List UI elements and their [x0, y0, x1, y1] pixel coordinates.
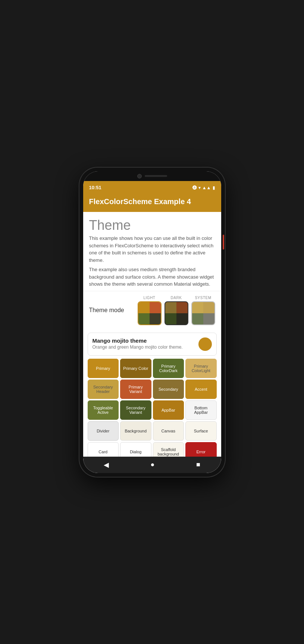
swatch-secondary[interactable]: Secondary: [153, 380, 184, 399]
app-bar: FlexColorScheme Example 4: [83, 193, 221, 212]
swatch-card[interactable]: Card: [88, 442, 119, 457]
theme-grid-system[interactable]: [191, 301, 215, 325]
theme-option-system-label: SYSTEM: [195, 296, 211, 300]
nav-recents[interactable]: ■: [196, 461, 200, 469]
app-bar-title: FlexColorScheme Example 4: [89, 197, 215, 206]
theme-card-info: Mango mojito theme Orange and green Mang…: [93, 337, 183, 350]
dark-cell-1: [165, 302, 176, 313]
status-time: 10:51: [89, 185, 101, 190]
swatches-grid: Primary Primary Color Primary ColorDark …: [83, 359, 221, 457]
swatch-secondary-header[interactable]: Secondary Header: [88, 380, 119, 399]
swatch-primary[interactable]: Primary: [88, 359, 119, 378]
dark-cell-3: [165, 313, 176, 324]
swatch-surface[interactable]: Surface: [185, 421, 217, 441]
swatch-bottom-appbar[interactable]: Bottom AppBar: [185, 400, 217, 420]
swatch-background[interactable]: Background: [120, 421, 151, 441]
theme-mode-label: Theme mode: [89, 307, 138, 314]
theme-grid-dark[interactable]: [164, 301, 188, 325]
light-cell-1: [138, 302, 150, 313]
theme-dot: [198, 337, 212, 351]
swatch-scaffold-bg[interactable]: Scaffold background: [153, 442, 184, 457]
camera-dot: [137, 174, 142, 178]
phone-screen: 10:51 🅐 ▾ ▲▲ ▮ FlexColorScheme Example 4…: [83, 171, 221, 473]
wifi-icon: ▾: [198, 185, 201, 190]
dark-cell-2: [176, 302, 188, 313]
nav-back[interactable]: ◀: [104, 461, 109, 469]
dark-cell-4: [176, 313, 188, 324]
swatch-primary-color[interactable]: Primary Color: [120, 359, 151, 378]
theme-mode-row: Theme mode LIGHT DARK: [83, 291, 221, 330]
theme-title: Theme: [89, 218, 215, 233]
system-cell-4: [203, 313, 214, 324]
theme-option-system[interactable]: SYSTEM: [191, 296, 215, 325]
icon-a: 🅐: [192, 185, 197, 190]
theme-option-dark-label: DARK: [171, 296, 182, 300]
swatch-appbar[interactable]: AppBar: [153, 400, 184, 420]
theme-card-name: Mango mojito theme: [93, 337, 183, 344]
system-cell-3: [192, 313, 203, 324]
battery-icon: ▮: [213, 185, 215, 190]
swatch-toggleable-active[interactable]: Toggleable Active: [88, 400, 119, 420]
swatch-error[interactable]: Error: [185, 442, 217, 457]
swatch-canvas[interactable]: Canvas: [153, 421, 184, 441]
status-icons: 🅐 ▾ ▲▲ ▮: [192, 185, 215, 190]
theme-card-header: Mango mojito theme Orange and green Mang…: [93, 337, 212, 351]
system-cell-1: [192, 302, 203, 313]
theme-card-desc: Orange and green Mango mojito color them…: [93, 345, 183, 350]
swatch-secondary-variant[interactable]: Secondary Variant: [120, 400, 151, 420]
side-button: [223, 235, 224, 250]
swatch-primary-variant[interactable]: Primary Variant: [120, 380, 151, 399]
light-cell-4: [150, 313, 161, 324]
swatch-accent[interactable]: Accent: [185, 380, 217, 399]
swatch-primary-color-dark[interactable]: Primary ColorDark: [153, 359, 184, 378]
theme-option-light-label: LIGHT: [144, 296, 156, 300]
system-cell-2: [203, 302, 214, 313]
nav-home[interactable]: ●: [151, 461, 155, 469]
swatch-divider[interactable]: Divider: [88, 421, 119, 441]
swatch-dialog[interactable]: Dialog: [120, 442, 151, 457]
status-bar: 10:51 🅐 ▾ ▲▲ ▮: [83, 181, 221, 193]
swatch-primary-color-light[interactable]: Primary ColorLight: [185, 359, 217, 378]
light-cell-3: [138, 313, 150, 324]
theme-option-light[interactable]: LIGHT: [138, 296, 162, 325]
content-scroll[interactable]: Theme This example shows how you can use…: [83, 212, 221, 457]
theme-header: Theme This example shows how you can use…: [83, 212, 221, 291]
speaker-bar: [145, 175, 167, 177]
camera-area: [83, 171, 221, 181]
theme-grid-light[interactable]: [138, 301, 162, 325]
theme-option-dark[interactable]: DARK: [164, 296, 188, 325]
theme-desc1: This example shows how you can use all t…: [89, 235, 215, 264]
bottom-nav: ◀ ● ■: [83, 457, 221, 473]
theme-card[interactable]: Mango mojito theme Orange and green Mang…: [88, 333, 217, 356]
signal-icon: ▲▲: [202, 185, 211, 190]
light-cell-2: [150, 302, 161, 313]
theme-desc2: The example also uses medium strength br…: [89, 266, 215, 288]
theme-mode-options: LIGHT DARK: [138, 296, 215, 325]
phone-frame: 10:51 🅐 ▾ ▲▲ ▮ FlexColorScheme Example 4…: [79, 168, 225, 477]
